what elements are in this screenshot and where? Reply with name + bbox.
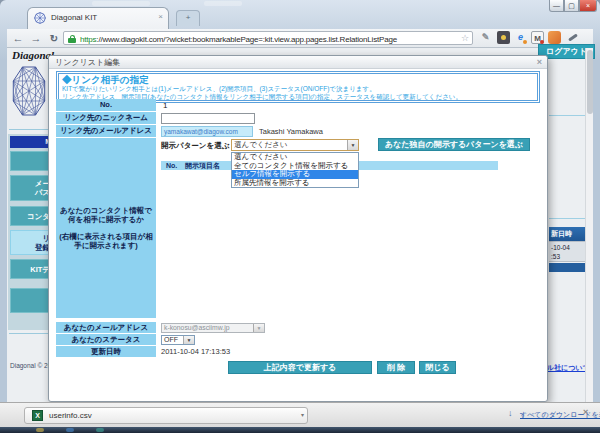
back-button[interactable]: ← bbox=[10, 30, 26, 47]
disclosure-note-line-2: (右欄に表示される項目が相手に開示されます) bbox=[58, 232, 154, 250]
extension-ie-icon[interactable]: e bbox=[514, 31, 527, 44]
tab-title: Diagonal KIT bbox=[51, 13, 97, 22]
taskbar-glow bbox=[96, 428, 104, 432]
sidebar-menu-header: M bbox=[10, 136, 53, 148]
bg-table-cell: -10-04:53 bbox=[549, 241, 586, 262]
link-list-dialog: リンクリスト編集 × ◆リンク相手の指定 KITで繋がりたいリンク相手とは(1)… bbox=[48, 55, 548, 402]
extension-phone-icon[interactable] bbox=[548, 31, 561, 44]
email-label: リンク先のメールアドレス bbox=[56, 125, 156, 137]
email-value-box[interactable]: yamakawat@diagow.com bbox=[161, 126, 253, 137]
browser-toolbar: ← → ↻ https://www.diagokit.com/?wicket:b… bbox=[7, 29, 593, 48]
download-file-name: userinfo.csv bbox=[49, 408, 92, 423]
browser-window: — ▢ × Diagonal KIT × + ← → ↻ https://www… bbox=[0, 0, 600, 433]
sidebar-item-6[interactable] bbox=[10, 288, 53, 313]
info-line-1: KITで繋がりたいリンク相手とは(1)メールアドレス、(2)開示項目、(3)ステ… bbox=[62, 85, 534, 93]
extension-wrench-icon[interactable] bbox=[566, 31, 579, 44]
url-rest: ://www.diagokit.com/?wicket:bookmarkable… bbox=[96, 35, 397, 44]
download-item[interactable]: X userinfo.csv ▾ bbox=[24, 407, 308, 424]
sidebar-item-kit-data[interactable]: KITデ bbox=[10, 259, 53, 279]
sidebar-item-1[interactable] bbox=[10, 151, 53, 171]
caret-down-icon: ▼ bbox=[253, 324, 264, 332]
updated-value: 2011-10-04 17:13:53 bbox=[161, 347, 230, 356]
custom-pattern-button[interactable]: あなた独自の開示するパターンを選ぶ bbox=[378, 138, 530, 151]
disclosure-note-cell: あなたのコンタクト情報で何を相手に開示するか (右欄に表示される項目が相手に開示… bbox=[56, 138, 156, 318]
pattern-dropdown-list: 選んでください 全てのコンタクト情報を開示する セルフ情報を開示する 所属先情報… bbox=[231, 152, 359, 188]
status-label: あなたのステータス bbox=[56, 334, 156, 345]
nickname-input[interactable] bbox=[161, 113, 255, 124]
new-tab-button[interactable]: + bbox=[176, 10, 200, 26]
extension-mail-icon[interactable]: M bbox=[531, 31, 544, 44]
titlebar-reflection bbox=[92, 1, 150, 6]
taskbar-glow bbox=[66, 428, 74, 432]
close-window-button[interactable]: × bbox=[579, 0, 597, 12]
no-label: No. bbox=[56, 99, 156, 111]
taskbar-glow bbox=[36, 428, 44, 432]
browser-tab[interactable]: Diagonal KIT × bbox=[27, 7, 169, 29]
bookmark-star-icon[interactable]: ☆ bbox=[461, 33, 469, 43]
email-owner-name: Takashi Yamakawa bbox=[259, 127, 323, 136]
caret-down-icon[interactable]: ▼ bbox=[347, 140, 358, 150]
pattern-option-3[interactable]: セルフ情報を開示する bbox=[232, 170, 358, 179]
diagonal-favicon bbox=[34, 12, 46, 24]
maximize-button[interactable]: ▢ bbox=[564, 0, 579, 12]
about-link[interactable]: ル社について bbox=[547, 363, 590, 373]
sidebar-item-contact[interactable]: コンタ bbox=[10, 206, 53, 226]
scrollbar-thumb[interactable] bbox=[587, 50, 593, 114]
titlebar-reflection bbox=[204, 1, 242, 6]
omnibox[interactable]: https://www.diagokit.com/?wicket:bookmar… bbox=[63, 31, 473, 45]
minimize-button[interactable]: — bbox=[549, 0, 564, 12]
download-item-caret-icon[interactable]: ▾ bbox=[301, 408, 304, 423]
dialog-titlebar[interactable]: リンクリスト編集 × bbox=[49, 56, 547, 69]
sidebar-item-mail-password[interactable]: メーパス bbox=[10, 175, 53, 201]
close-button[interactable]: 閉じる bbox=[419, 361, 456, 374]
download-bar-close-icon[interactable]: × bbox=[583, 407, 588, 417]
nickname-label: リンク先のニックネーム bbox=[56, 112, 156, 124]
my-email-label: あなたのメールアドレス bbox=[56, 322, 156, 333]
updated-label: 更新日時 bbox=[56, 346, 156, 357]
bottom-strip bbox=[0, 427, 600, 433]
window-controls: — ▢ × bbox=[549, 0, 597, 12]
pattern-option-1[interactable]: 選んでください bbox=[232, 153, 358, 162]
forward-button[interactable]: → bbox=[28, 30, 44, 47]
items-header-no: No. bbox=[166, 161, 177, 170]
diagonal-logo bbox=[9, 62, 49, 120]
info-heading: ◆リンク相手の指定 bbox=[62, 75, 534, 85]
status-select[interactable]: OFF ▼ bbox=[161, 335, 195, 345]
items-header-name: 開示項目名 bbox=[185, 161, 220, 170]
pattern-option-2[interactable]: 全てのコンタクト情報を開示する bbox=[232, 162, 358, 171]
pattern-label: 開示パターンを選ぶ bbox=[161, 141, 229, 151]
bg-table-dark-row bbox=[549, 263, 586, 272]
my-email-select[interactable]: k-konosu@asciimw.jp ▼ bbox=[161, 323, 265, 333]
dialog-title: リンクリスト編集 bbox=[55, 56, 120, 69]
update-button[interactable]: 上記内容で更新する bbox=[228, 361, 372, 374]
bg-divider bbox=[549, 218, 586, 219]
reload-button[interactable]: ↻ bbox=[46, 30, 62, 47]
url-scheme: https bbox=[80, 35, 96, 44]
extension-pencil-icon[interactable]: ✎ bbox=[479, 31, 492, 44]
tab-close-icon[interactable]: × bbox=[158, 12, 163, 21]
page-scrollbar[interactable] bbox=[585, 48, 593, 402]
delete-button[interactable]: 削 除 bbox=[377, 361, 415, 374]
bg-divider bbox=[549, 115, 586, 116]
disclosure-note-line-1: あなたのコンタクト情報で何を相手に開示するか bbox=[58, 206, 154, 224]
sidebar-item-link-register[interactable]: リ登録 bbox=[10, 230, 53, 255]
pattern-option-4[interactable]: 所属先情報を開示する bbox=[232, 179, 358, 188]
excel-file-icon: X bbox=[32, 410, 43, 421]
extension-camera-icon[interactable] bbox=[497, 31, 510, 44]
dialog-close-icon[interactable]: × bbox=[537, 56, 542, 69]
url-text: https://www.diagokit.com/?wicket:bookmar… bbox=[80, 35, 397, 44]
bg-table-header: 新日時 bbox=[549, 227, 586, 241]
download-arrow-icon: ↓ bbox=[508, 408, 513, 418]
no-value: 1 bbox=[163, 101, 167, 110]
caret-down-icon[interactable]: ▼ bbox=[183, 336, 194, 344]
download-bar: X userinfo.csv ▾ ↓ すべてのダウンロードを表示 × bbox=[0, 402, 600, 427]
lock-icon[interactable] bbox=[68, 35, 76, 43]
pattern-select[interactable]: 選んでください ▼ bbox=[231, 139, 359, 151]
